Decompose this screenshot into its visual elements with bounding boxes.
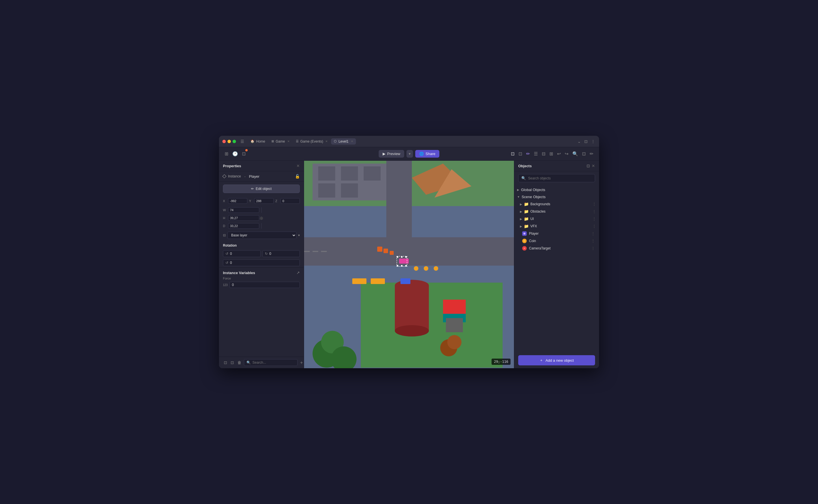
undo-icon[interactable]: ↩ — [556, 150, 562, 158]
tab-events-label: Game (Events) — [300, 139, 323, 143]
properties-close-button[interactable]: ✕ — [296, 164, 300, 168]
scene-objects-header[interactable]: ▼ Scene Objects — [514, 193, 599, 200]
preview-button[interactable]: ▶ Preview — [378, 150, 404, 158]
x-input[interactable] — [228, 198, 247, 204]
add-folder-icon[interactable]: ⊡ — [587, 164, 590, 168]
objects-close-button[interactable]: ✕ — [592, 164, 595, 168]
zoom-icon[interactable]: 🔍 — [571, 150, 579, 158]
rot1-input[interactable] — [230, 252, 258, 256]
maximize-window-btn[interactable] — [232, 140, 236, 143]
layer-select[interactable]: Base layer — [227, 232, 296, 239]
layer-dropdown-icon: ▾ — [298, 233, 300, 237]
tab-game[interactable]: ⊞ Game ✕ — [268, 138, 292, 145]
edit-icon[interactable]: ✏ — [589, 150, 595, 158]
tab-home[interactable]: 🏠 Home — [248, 138, 268, 145]
titlebar-more-icon[interactable]: ⋮ — [591, 139, 596, 144]
player-object-icon — [522, 231, 527, 236]
obstacles-more-icon[interactable]: ⋮ — [592, 209, 596, 214]
player-more-icon[interactable]: ⋮ — [591, 231, 595, 236]
vfx-folder[interactable]: ▶ 📁 VFX ⋮ — [514, 223, 599, 230]
backgrounds-more-icon[interactable]: ⋮ — [592, 202, 596, 206]
w-input[interactable] — [228, 207, 259, 213]
obstacles-folder[interactable]: ▶ 📁 Obstacles ⋮ — [514, 208, 599, 215]
rot3-input[interactable] — [230, 261, 297, 265]
history-icon[interactable]: 🕐 — [231, 150, 239, 158]
layout-icon[interactable]: ⊞ — [223, 150, 229, 158]
grid-toggle-icon[interactable]: ⊞ — [548, 150, 554, 158]
player-item[interactable]: Player ⋮ — [514, 230, 599, 237]
add-var-button[interactable]: ＋ — [299, 360, 304, 366]
redo-icon[interactable]: ↪ — [564, 150, 570, 158]
tab-level1-close[interactable]: ✕ — [351, 140, 353, 143]
vfx-more-icon[interactable]: ⋮ — [592, 224, 596, 228]
w-row: W — [219, 206, 304, 214]
paste-icon[interactable]: ⊡ — [230, 359, 235, 366]
y-input[interactable] — [254, 198, 273, 204]
properties-title: Properties — [223, 164, 241, 168]
minimize-window-btn[interactable] — [227, 140, 231, 143]
titlebar: ☰ 🏠 Home ⊞ Game ✕ ☰ Game (Events) ✕ ⬡ Le… — [219, 136, 599, 147]
d-input[interactable] — [228, 223, 259, 229]
bottom-search-input[interactable] — [252, 361, 295, 365]
backgrounds-folder[interactable]: ▶ 📁 Backgrounds ⋮ — [514, 200, 599, 208]
camera-target-item[interactable]: CameraTarget ⋮ — [514, 245, 599, 252]
tab-level1[interactable]: ⬡ Level1 ✕ — [331, 138, 356, 145]
lock-icon[interactable]: 🔓 — [295, 174, 300, 179]
edit-object-button[interactable]: ✏ Edit object — [223, 185, 300, 193]
coin-more-icon[interactable]: ⋮ — [591, 239, 595, 243]
pencil-icon[interactable]: ✏ — [525, 150, 531, 158]
objects-icon[interactable]: ⊡ — [517, 150, 523, 158]
camera-object-icon — [522, 246, 527, 251]
camera-more-icon[interactable]: ⋮ — [591, 246, 595, 251]
layer-row: ⊟ Base layer ▾ — [219, 230, 304, 241]
external-link-icon[interactable]: ↗ — [296, 270, 300, 275]
instance-icon — [222, 174, 226, 178]
3d-view-icon[interactable]: ⊡ — [510, 150, 516, 158]
player-label: Player — [529, 232, 589, 236]
ui-more-icon[interactable]: ⋮ — [592, 217, 596, 221]
delete-icon[interactable]: ⊡ — [581, 150, 587, 158]
ui-folder[interactable]: ▶ 📁 UI ⋮ — [514, 215, 599, 223]
preview-dropdown-button[interactable]: ▾ — [406, 150, 413, 158]
close-window-btn[interactable] — [222, 140, 226, 143]
svg-rect-13 — [321, 251, 327, 252]
scene-objects-label: Scene Objects — [522, 195, 546, 199]
layers-icon[interactable]: ⊟ — [541, 150, 547, 158]
search-objects-bar: 🔍 — [518, 174, 595, 182]
h-label: H — [223, 216, 227, 220]
share-button[interactable]: 🌐 Share — [415, 150, 440, 158]
publish-icon[interactable]: ⊡ — [241, 150, 247, 158]
svg-rect-5 — [363, 166, 380, 181]
objects-title: Objects — [518, 164, 532, 168]
tab-events-close[interactable]: ✕ — [325, 140, 327, 143]
h-input[interactable] — [228, 215, 259, 221]
z-field: Z — [275, 198, 300, 204]
global-objects-header[interactable]: ▶ Global Objects — [514, 186, 599, 193]
z-input[interactable] — [280, 198, 300, 204]
rot2-input[interactable] — [269, 252, 297, 256]
svg-rect-41 — [352, 278, 366, 284]
canvas-area[interactable]: 29;-116 — [304, 161, 514, 368]
tab-events[interactable]: ☰ Game (Events) ✕ — [293, 138, 331, 145]
app-window: ☰ 🏠 Home ⊞ Game ✕ ☰ Game (Events) ✕ ⬡ Le… — [219, 136, 599, 368]
svg-rect-31 — [395, 285, 429, 331]
copy-icon[interactable]: ⊡ — [223, 359, 228, 366]
d-field: D — [223, 223, 259, 229]
list-icon[interactable]: ☰ — [533, 150, 539, 158]
extensions-icon[interactable]: ⊡ — [584, 139, 588, 144]
svg-rect-24 — [383, 249, 388, 253]
properties-panel: Properties ✕ Instance - Player 🔓 ✏ Edit … — [219, 161, 304, 368]
link-icon[interactable]: ⊕ — [259, 215, 263, 221]
add-object-button[interactable]: ＋ Add a new object — [518, 355, 595, 365]
tab-game-close[interactable]: ✕ — [287, 140, 289, 143]
var-force-input[interactable] — [229, 282, 300, 288]
w-label: W — [223, 208, 227, 212]
coin-item[interactable]: Coin ⋮ — [514, 237, 599, 245]
instance-label: Instance — [228, 174, 241, 178]
bottom-search: 🔍 — [244, 359, 297, 366]
dropdown-icon[interactable]: ⌄ — [577, 139, 582, 144]
search-objects-input[interactable] — [528, 176, 592, 180]
hamburger-icon[interactable]: ☰ — [240, 139, 244, 144]
trash-icon[interactable]: 🗑 — [236, 359, 242, 366]
objects-header: Objects ⊡ ✕ — [514, 161, 599, 171]
